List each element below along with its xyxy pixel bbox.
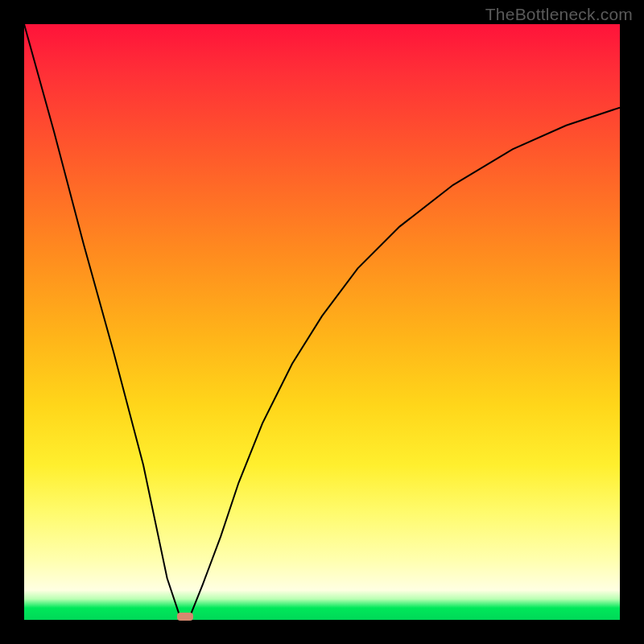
chart-frame: TheBottleneck.com [0, 0, 644, 644]
minimum-marker [177, 613, 193, 621]
watermark-text: TheBottleneck.com [485, 5, 633, 24]
plot-area [24, 24, 620, 620]
bottleneck-curve-path [24, 24, 620, 620]
curve-svg [24, 24, 620, 620]
